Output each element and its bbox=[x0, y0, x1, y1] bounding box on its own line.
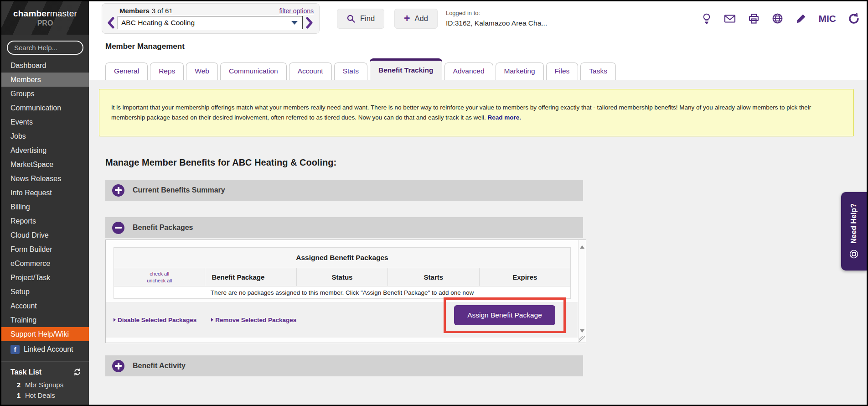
tab[interactable]: Advanced bbox=[444, 62, 493, 80]
column-starts: Starts bbox=[388, 268, 479, 286]
sidebar-item[interactable]: MarketSpace bbox=[1, 157, 89, 172]
task-list-title: Task List bbox=[10, 368, 41, 376]
refresh-tasks-icon[interactable] bbox=[73, 368, 82, 376]
plus-icon: + bbox=[404, 13, 410, 24]
select-caret-icon bbox=[291, 21, 298, 25]
linked-account-label: Linked Account bbox=[24, 345, 73, 354]
sidebar-item[interactable]: Communication bbox=[1, 101, 89, 115]
sidebar-item[interactable]: Jobs bbox=[1, 129, 89, 143]
task-list-panel: Task List 2Mbr Signups 1Hot Deals bbox=[1, 361, 89, 405]
page-title: Member Management bbox=[105, 42, 867, 51]
task-list-item[interactable]: 1Hot Deals bbox=[14, 391, 82, 399]
record-entity-label: Members bbox=[119, 7, 150, 15]
sidebar-item[interactable]: Project/Task bbox=[1, 271, 89, 285]
print-icon[interactable] bbox=[748, 13, 760, 24]
uncheck-all-link[interactable]: uncheck all bbox=[114, 277, 205, 284]
need-help-label: Need Help? bbox=[850, 203, 858, 244]
sidebar-item[interactable]: Billing bbox=[1, 200, 89, 214]
sidebar-item[interactable]: Training bbox=[1, 313, 89, 327]
topbar: Members 3 of 61 filter options ABC Heati… bbox=[89, 1, 867, 36]
tab[interactable]: Marketing bbox=[496, 62, 544, 80]
refresh-icon[interactable] bbox=[848, 13, 859, 25]
tab[interactable]: Benefit Tracking bbox=[370, 58, 442, 80]
record-position: 3 of 61 bbox=[152, 7, 173, 15]
panel-scrollbar[interactable] bbox=[578, 240, 586, 343]
tab[interactable]: Reps bbox=[150, 62, 184, 80]
section-current-benefits-summary[interactable]: Current Benefits Summary bbox=[105, 180, 583, 201]
section-benefit-packages[interactable]: Benefit Packages bbox=[105, 217, 583, 238]
table-actions-bar: Disable Selected Packages Remove Selecte… bbox=[106, 302, 578, 338]
bullet-arrow-icon bbox=[211, 318, 213, 322]
content-body: It is important that your membership off… bbox=[89, 80, 867, 405]
red-highlight-annotation: Assign Benefit Package bbox=[444, 297, 566, 333]
sidebar-item[interactable]: Dashboard bbox=[1, 58, 89, 73]
sidebar-item[interactable]: News Releases bbox=[1, 172, 89, 186]
read-more-link[interactable]: Read more. bbox=[487, 114, 521, 121]
notice-text: It is important that your membership off… bbox=[111, 104, 811, 121]
email-icon[interactable] bbox=[724, 14, 736, 24]
member-select[interactable]: ABC Heating & Cooling bbox=[118, 16, 303, 29]
remove-selected-link[interactable]: Remove Selected Packages bbox=[211, 317, 296, 323]
sidebar-item[interactable]: Groups bbox=[1, 87, 89, 101]
expand-plus-icon[interactable] bbox=[112, 360, 124, 372]
tab[interactable]: Stats bbox=[334, 62, 367, 80]
sidebar-nav: Dashboard Members Groups Communication E… bbox=[1, 58, 89, 341]
sidebar-item[interactable]: Reports bbox=[1, 214, 89, 228]
tab[interactable]: Tasks bbox=[580, 62, 616, 80]
brand-name: chambermaster bbox=[13, 9, 77, 19]
record-navigator: Members 3 of 61 filter options ABC Heati… bbox=[102, 3, 320, 34]
collapse-minus-icon[interactable] bbox=[112, 222, 124, 234]
add-button[interactable]: + Add bbox=[394, 9, 438, 29]
empty-message: There are no packages assigned to this m… bbox=[114, 286, 571, 299]
sidebar-item[interactable]: eCommerce bbox=[1, 256, 89, 271]
app-window: chambermaster PRO Dashboard Members Grou… bbox=[0, 0, 868, 406]
column-expires: Expires bbox=[479, 268, 570, 286]
check-all-link[interactable]: check all bbox=[114, 271, 205, 277]
search-help-input[interactable] bbox=[7, 41, 83, 55]
tab[interactable]: Communication bbox=[220, 62, 287, 80]
find-button[interactable]: Find bbox=[337, 9, 384, 29]
benefits-heading: Manage Member Benefits for ABC Heating &… bbox=[105, 157, 854, 168]
need-help-tab[interactable]: Need Help? bbox=[841, 192, 867, 271]
sidebar-item[interactable]: Support Help/Wiki bbox=[1, 327, 89, 341]
assigned-packages-table: Assigned Benefit Packages check all unch… bbox=[114, 247, 571, 299]
app-logo: chambermaster PRO bbox=[1, 1, 89, 35]
filter-options-link[interactable]: filter options bbox=[279, 7, 314, 15]
tab[interactable]: Web bbox=[186, 62, 218, 80]
edit-pencil-icon[interactable] bbox=[796, 13, 806, 24]
sidebar-item[interactable]: Events bbox=[1, 115, 89, 129]
sidebar-item[interactable]: Account bbox=[1, 299, 89, 313]
sidebar-item[interactable]: Info Request bbox=[1, 186, 89, 200]
expand-plus-icon[interactable] bbox=[112, 184, 124, 197]
sidebar-item[interactable]: Setup bbox=[1, 285, 89, 299]
user-initials-badge[interactable]: MIC bbox=[819, 13, 837, 24]
previous-record-button[interactable] bbox=[107, 17, 115, 29]
next-record-button[interactable] bbox=[305, 17, 314, 29]
tab[interactable]: General bbox=[105, 62, 148, 80]
tab[interactable]: Account bbox=[289, 62, 332, 80]
resize-grip[interactable] bbox=[579, 336, 585, 342]
sidebar-item[interactable]: Form Builder bbox=[1, 242, 89, 256]
sidebar-item[interactable]: Cloud Drive bbox=[1, 228, 89, 242]
tab[interactable]: Files bbox=[546, 62, 579, 80]
task-list-items: 2Mbr Signups 1Hot Deals bbox=[10, 381, 82, 399]
tab-bar: General Reps Web Communication Account S… bbox=[105, 58, 867, 80]
benefit-packages-panel: Assigned Benefit Packages check all unch… bbox=[105, 239, 586, 343]
bullet-arrow-icon bbox=[114, 318, 116, 322]
scroll-down-icon[interactable] bbox=[580, 329, 584, 333]
search-icon bbox=[346, 14, 356, 23]
lightbulb-icon[interactable] bbox=[702, 13, 712, 25]
topbar-icons: MIC bbox=[702, 13, 867, 25]
sidebar-item[interactable]: Advertising bbox=[1, 143, 89, 157]
sidebar-item-linked-account[interactable]: f Linked Account bbox=[1, 341, 89, 358]
scroll-up-icon[interactable] bbox=[580, 245, 584, 249]
disable-selected-link[interactable]: Disable Selected Packages bbox=[114, 317, 196, 323]
life-ring-icon bbox=[849, 249, 859, 259]
sidebar-item[interactable]: Members bbox=[1, 73, 89, 87]
assign-benefit-package-button[interactable]: Assign Benefit Package bbox=[454, 305, 555, 325]
check-all-links: check all uncheck all bbox=[114, 271, 205, 284]
globe-icon[interactable] bbox=[772, 13, 783, 24]
section-benefit-activity[interactable]: Benefit Activity bbox=[105, 355, 583, 376]
sidebar: chambermaster PRO Dashboard Members Grou… bbox=[1, 1, 89, 405]
task-list-item[interactable]: 2Mbr Signups bbox=[14, 381, 82, 389]
